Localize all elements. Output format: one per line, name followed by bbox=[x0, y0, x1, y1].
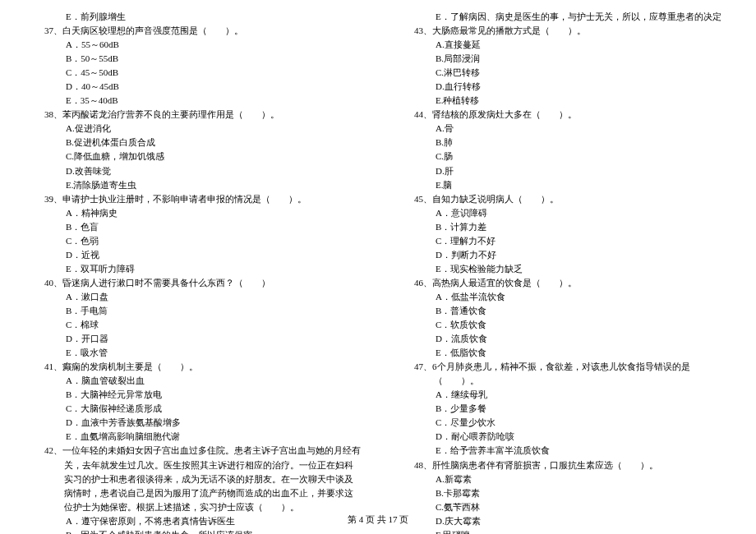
q40-stem: 40、昏迷病人进行漱口时不需要具备什么东西？（ ） bbox=[44, 276, 362, 290]
q38-opt-c: C.降低血糖，增加饥饿感 bbox=[25, 150, 362, 163]
q41-opt-b: B．大脑神经元异常放电 bbox=[25, 388, 362, 402]
q41-opt-c: C．大脑假神经递质形成 bbox=[25, 402, 362, 416]
q44-opt-d: D.肝 bbox=[394, 164, 731, 178]
q43-opt-d: D.血行转移 bbox=[394, 80, 731, 94]
q45-opt-d: D．判断力不好 bbox=[394, 248, 731, 262]
q47-opt-b: B．少量多餐 bbox=[394, 402, 731, 416]
q47-opt-d: D．耐心喂养防呛咳 bbox=[394, 430, 731, 444]
q45-opt-e: E．现实检验能力缺乏 bbox=[394, 262, 731, 276]
q41-opt-d: D．血液中芳香族氨基酸增多 bbox=[25, 416, 362, 430]
q43-opt-a: A.直接蔓延 bbox=[394, 38, 731, 52]
q41-opt-a: A．脑血管破裂出血 bbox=[25, 374, 362, 388]
q42-option-e: E．了解病因、病史是医生的事，与护士无关，所以，应尊重患者的决定 bbox=[394, 10, 731, 24]
q46-opt-b: B．普通饮食 bbox=[394, 304, 731, 318]
right-column: E．了解病因、病史是医生的事，与护士无关，所以，应尊重患者的决定 43、大肠癌最… bbox=[394, 10, 731, 507]
q39-stem: 39、申请护士执业注册时，不影响申请者申报的情况是（ ）。 bbox=[44, 192, 362, 206]
q43-stem: 43、大肠癌最常见的播散方式是（ ）。 bbox=[414, 24, 731, 38]
q42-opt-b: B．因为不会威胁到患者的生命，所以应该保密 bbox=[25, 528, 362, 534]
q48-opt-c: C.氨苄西林 bbox=[394, 500, 731, 514]
q47-opt-e: E．给予营养丰富半流质饮食 bbox=[394, 444, 731, 458]
q40-opt-b: B．手电筒 bbox=[25, 304, 362, 318]
q47-stem: 47、6个月肺炎患儿，精神不振，食欲差，对该患儿饮食指导错误的是（ ）。 bbox=[414, 360, 731, 388]
q39-opt-a: A．精神病史 bbox=[25, 206, 362, 220]
q41-stem: 41、癫痫的发病机制主要是（ ）。 bbox=[44, 360, 362, 374]
q43-opt-b: B.局部浸润 bbox=[394, 52, 731, 66]
q45-stem: 45、自知力缺乏说明病人（ ）。 bbox=[414, 192, 731, 206]
q38-opt-d: D.改善味觉 bbox=[25, 164, 362, 178]
q42-opt-a: A．遵守保密原则，不将患者真情告诉医生 bbox=[25, 514, 362, 528]
q37-opt-e: E．35～40dB bbox=[25, 94, 362, 108]
q45-opt-c: C．理解力不好 bbox=[394, 234, 731, 248]
q44-opt-b: B.肺 bbox=[394, 136, 731, 150]
q47-opt-c: C．尽量少饮水 bbox=[394, 416, 731, 430]
q48-stem: 48、肝性脑病患者伴有肾脏损害，口服抗生素应选（ ）。 bbox=[414, 458, 731, 472]
q39-opt-e: E．双耳听力障碍 bbox=[25, 262, 362, 276]
q46-opt-d: D．流质饮食 bbox=[394, 332, 731, 346]
q44-opt-a: A.骨 bbox=[394, 122, 731, 136]
q47-opt-a: A．继续母乳 bbox=[394, 388, 731, 402]
q46-opt-e: E．低脂饮食 bbox=[394, 346, 731, 360]
q37-opt-a: A．55～60dB bbox=[25, 38, 362, 52]
q48-opt-b: B.卡那霉素 bbox=[394, 486, 731, 500]
q48-opt-d: D.庆大霉素 bbox=[394, 514, 731, 528]
q48-opt-a: A.新霉素 bbox=[394, 472, 731, 486]
q40-opt-d: D．开口器 bbox=[25, 332, 362, 346]
q37-opt-c: C．45～50dB bbox=[25, 66, 362, 80]
q39-opt-d: D．近视 bbox=[25, 248, 362, 262]
q40-opt-a: A．漱口盘 bbox=[25, 290, 362, 304]
q42-stem: 42、一位年轻的未婚妇女因子宫出血过多住院。患者主诉子宫出血与她的月经有关，去年… bbox=[44, 444, 362, 513]
q40-opt-c: C．棉球 bbox=[25, 318, 362, 332]
q46-stem: 46、高热病人最适宜的饮食是（ ）。 bbox=[414, 276, 731, 290]
q48-opt-e: E.甲硝唑 bbox=[394, 528, 731, 534]
q37-opt-b: B．50～55dB bbox=[25, 52, 362, 66]
q46-opt-a: A．低盐半流饮食 bbox=[394, 290, 731, 304]
q44-stem: 44、肾结核的原发病灶大多在（ ）。 bbox=[414, 108, 731, 122]
q44-opt-e: E.脑 bbox=[394, 178, 731, 192]
q40-opt-e: E．吸水管 bbox=[25, 346, 362, 360]
left-column: E．前列腺增生 37、白天病区较理想的声音强度范围是（ ）。 A．55～60dB… bbox=[25, 10, 362, 507]
q45-opt-a: A．意识障碍 bbox=[394, 206, 731, 220]
q45-opt-b: B．计算力差 bbox=[394, 220, 731, 234]
q46-opt-c: C．软质饮食 bbox=[394, 318, 731, 332]
q36-option-e: E．前列腺增生 bbox=[25, 10, 362, 24]
q38-opt-b: B.促进机体蛋白质合成 bbox=[25, 136, 362, 150]
q43-opt-c: C.淋巴转移 bbox=[394, 66, 731, 80]
q41-opt-e: E．血氨增高影响脑细胞代谢 bbox=[25, 430, 362, 444]
q37-opt-d: D．40～45dB bbox=[25, 80, 362, 94]
q43-opt-e: E.种植转移 bbox=[394, 94, 731, 108]
two-column-layout: E．前列腺增生 37、白天病区较理想的声音强度范围是（ ）。 A．55～60dB… bbox=[25, 10, 731, 507]
q39-opt-c: C．色弱 bbox=[25, 234, 362, 248]
q38-stem: 38、苯丙酸诺龙治疗营养不良的主要药理作用是（ ）。 bbox=[44, 108, 362, 122]
q39-opt-b: B．色盲 bbox=[25, 220, 362, 234]
q38-opt-e: E.清除肠道寄生虫 bbox=[25, 178, 362, 192]
q37-stem: 37、白天病区较理想的声音强度范围是（ ）。 bbox=[44, 24, 362, 38]
q38-opt-a: A.促进消化 bbox=[25, 122, 362, 136]
q44-opt-c: C.肠 bbox=[394, 150, 731, 163]
